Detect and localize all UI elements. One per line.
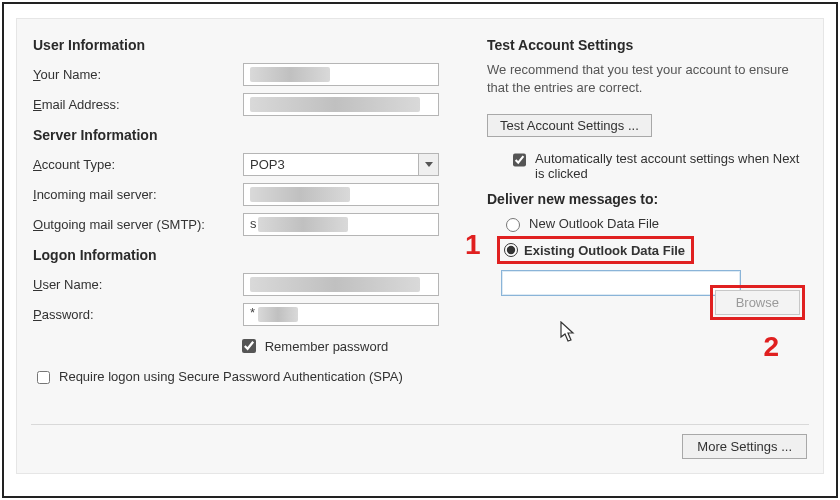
logon-information-heading: Logon Information: [33, 247, 463, 263]
account-type-value: POP3: [250, 157, 285, 172]
password-row: Password: *: [33, 301, 463, 327]
incoming-server-row: Incoming mail server:: [33, 181, 463, 207]
account-type-label: Account Type:: [33, 157, 243, 172]
spa-row: Require logon using Secure Password Auth…: [33, 369, 413, 387]
outgoing-server-label: Outgoing mail server (SMTP):: [33, 217, 243, 232]
existing-data-file-radio[interactable]: [504, 243, 518, 257]
email-input[interactable]: [243, 93, 439, 116]
spa-label: Require logon using Secure Password Auth…: [59, 369, 403, 386]
test-account-heading: Test Account Settings: [487, 37, 807, 53]
account-type-select[interactable]: POP3: [243, 153, 439, 176]
password-label: Password:: [33, 307, 243, 322]
account-settings-panel: User Information Your Name: Email Addres…: [16, 18, 824, 474]
spa-checkbox[interactable]: [37, 371, 50, 384]
your-name-input[interactable]: [243, 63, 439, 86]
more-settings-button[interactable]: More Settings ...: [682, 434, 807, 459]
existing-data-file-label: Existing Outlook Data File: [524, 243, 685, 258]
username-label: User Name:: [33, 277, 243, 292]
browse-button[interactable]: Browse: [715, 290, 800, 315]
account-type-row: Account Type: POP3: [33, 151, 463, 177]
incoming-server-label: Incoming mail server:: [33, 187, 243, 202]
username-input[interactable]: [243, 273, 439, 296]
chevron-down-icon: [425, 162, 433, 167]
your-name-row: Your Name:: [33, 61, 463, 87]
data-file-path-input[interactable]: [501, 270, 741, 296]
remember-password-checkbox-input[interactable]: [242, 339, 256, 353]
right-column: Test Account Settings We recommend that …: [487, 33, 807, 387]
annotation-number-1: 1: [465, 229, 481, 261]
test-account-settings-button[interactable]: Test Account Settings ...: [487, 114, 652, 137]
cursor-icon: [559, 321, 577, 343]
existing-data-file-highlight: Existing Outlook Data File: [497, 236, 694, 264]
email-label: Email Address:: [33, 97, 243, 112]
window-frame: User Information Your Name: Email Addres…: [2, 2, 838, 498]
left-column: User Information Your Name: Email Addres…: [33, 33, 463, 387]
username-row: User Name:: [33, 271, 463, 297]
browse-button-highlight: Browse: [710, 285, 805, 320]
divider: [31, 424, 809, 425]
test-account-description: We recommend that you test your account …: [487, 61, 807, 96]
remember-password-label: Remember password: [265, 339, 389, 354]
deliver-to-heading: Deliver new messages to:: [487, 191, 807, 207]
password-input[interactable]: *: [243, 303, 439, 326]
outgoing-server-row: Outgoing mail server (SMTP): s: [33, 211, 463, 237]
remember-password-checkbox[interactable]: Remember password: [238, 336, 389, 356]
new-data-file-label: New Outlook Data File: [529, 216, 659, 231]
account-type-dropdown-button[interactable]: [418, 154, 438, 175]
auto-test-label: Automatically test account settings when…: [535, 151, 807, 181]
new-data-file-radio-row: New Outlook Data File: [501, 215, 807, 232]
email-row: Email Address:: [33, 91, 463, 117]
server-information-heading: Server Information: [33, 127, 463, 143]
user-information-heading: User Information: [33, 37, 463, 53]
auto-test-checkbox[interactable]: [513, 153, 526, 167]
outgoing-server-input[interactable]: s: [243, 213, 439, 236]
incoming-server-input[interactable]: [243, 183, 439, 206]
your-name-label: Your Name:: [33, 67, 243, 82]
new-data-file-radio[interactable]: [506, 218, 520, 232]
annotation-number-2: 2: [763, 331, 779, 363]
